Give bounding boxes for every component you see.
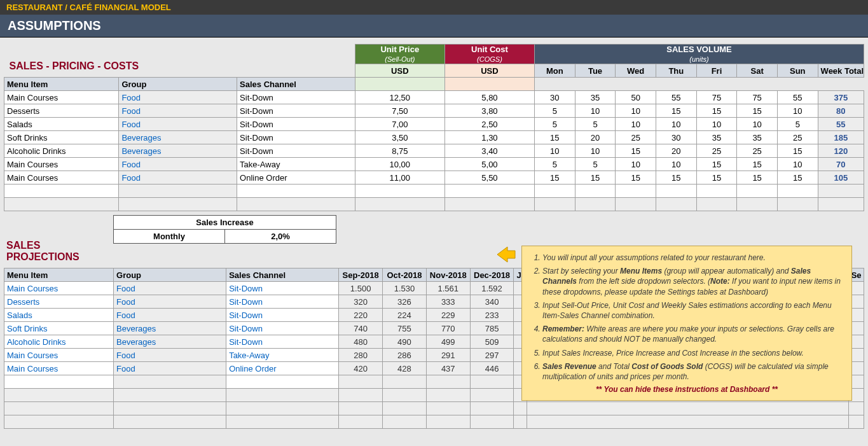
day-cell[interactable]: 5 — [535, 118, 575, 131]
cost-cell[interactable]: 3,40 — [444, 144, 534, 158]
channel-cell[interactable]: Sit-Down — [226, 295, 339, 309]
channel-cell[interactable]: Sit-Down — [237, 91, 355, 104]
table-row[interactable]: Main Courses Food Online Order 11,00 5,5… — [4, 171, 864, 185]
day-cell[interactable]: 50 — [616, 91, 656, 104]
channel-cell[interactable]: Take-Away — [226, 349, 339, 362]
channel-cell[interactable]: Sit-Down — [237, 144, 355, 158]
day-cell[interactable]: 10 — [616, 118, 656, 131]
menu-item-cell[interactable]: Desserts — [4, 104, 119, 118]
channel-cell[interactable]: Online Order — [226, 362, 339, 375]
day-cell[interactable]: 5 — [535, 104, 575, 118]
day-cell[interactable]: 35 — [575, 91, 616, 104]
day-cell[interactable]: 25 — [696, 144, 737, 158]
channel-cell[interactable]: Sit-Down — [226, 322, 339, 335]
day-cell[interactable]: 10 — [575, 104, 616, 118]
day-cell[interactable]: 75 — [737, 91, 778, 104]
day-cell[interactable]: 30 — [656, 131, 696, 144]
day-cell[interactable]: 15 — [575, 171, 616, 185]
menu-item-cell[interactable]: Alcoholic Drinks — [4, 144, 119, 158]
day-cell[interactable]: 5 — [535, 158, 575, 171]
price-cell[interactable]: 7,00 — [355, 118, 444, 131]
cost-cell[interactable]: 2,50 — [444, 118, 534, 131]
day-cell[interactable]: 15 — [535, 171, 575, 185]
day-cell[interactable]: 5 — [777, 118, 818, 131]
day-cell[interactable]: 15 — [737, 104, 778, 118]
channel-cell[interactable]: Take-Away — [237, 158, 355, 171]
cost-cell[interactable]: 5,80 — [444, 91, 534, 104]
day-cell[interactable]: 5 — [575, 118, 616, 131]
day-cell[interactable]: 15 — [696, 158, 737, 171]
day-cell[interactable]: 15 — [535, 131, 575, 144]
day-cell[interactable]: 75 — [696, 91, 737, 104]
menu-item-cell[interactable]: Main Courses — [4, 171, 119, 185]
table-row-empty[interactable] — [4, 402, 864, 415]
price-cell[interactable]: 12,50 — [355, 91, 444, 104]
menu-item-cell[interactable]: Salads — [4, 118, 119, 131]
day-cell[interactable]: 15 — [737, 171, 778, 185]
price-cell[interactable]: 7,50 — [355, 104, 444, 118]
menu-item-cell[interactable]: Salads — [4, 309, 114, 322]
day-cell[interactable]: 10 — [535, 144, 575, 158]
table-row[interactable]: Desserts Food Sit-Down 7,50 3,80 5101015… — [4, 104, 864, 118]
day-cell[interactable]: 15 — [696, 104, 737, 118]
day-cell[interactable]: 25 — [777, 131, 818, 144]
cost-cell[interactable]: 1,30 — [444, 131, 534, 144]
table-row[interactable]: Alcoholic Drinks Beverages Sit-Down 8,75… — [4, 144, 864, 158]
day-cell[interactable]: 15 — [656, 171, 696, 185]
sales-increase-value[interactable]: 2,0% — [225, 230, 336, 244]
day-cell[interactable]: 10 — [777, 104, 818, 118]
price-cell[interactable]: 10,00 — [355, 158, 444, 171]
table-row-empty[interactable] — [4, 185, 864, 198]
menu-item-cell[interactable]: Soft Drinks — [4, 322, 114, 335]
day-cell[interactable]: 15 — [616, 144, 656, 158]
menu-item-cell[interactable]: Main Courses — [4, 91, 119, 104]
day-cell[interactable]: 10 — [656, 158, 696, 171]
menu-item-cell[interactable]: Alcoholic Drinks — [4, 335, 114, 349]
menu-item-cell[interactable]: Main Courses — [4, 362, 114, 375]
day-cell[interactable]: 15 — [777, 144, 818, 158]
table-row[interactable]: Soft Drinks Beverages Sit-Down 3,50 1,30… — [4, 131, 864, 144]
price-cell[interactable]: 3,50 — [355, 131, 444, 144]
cost-cell[interactable]: 5,00 — [444, 158, 534, 171]
channel-cell[interactable]: Sit-Down — [226, 282, 339, 295]
menu-item-cell[interactable]: Main Courses — [4, 349, 114, 362]
day-cell[interactable]: 10 — [616, 158, 656, 171]
channel-cell[interactable]: Sit-Down — [226, 335, 339, 349]
day-cell[interactable]: 15 — [777, 171, 818, 185]
channel-cell[interactable]: Online Order — [237, 171, 355, 185]
day-cell[interactable]: 10 — [737, 118, 778, 131]
day-cell[interactable]: 15 — [616, 171, 656, 185]
day-cell[interactable]: 20 — [575, 131, 616, 144]
day-cell[interactable]: 15 — [656, 104, 696, 118]
channel-cell[interactable]: Sit-Down — [237, 131, 355, 144]
day-cell[interactable]: 5 — [575, 158, 616, 171]
day-cell[interactable]: 55 — [656, 91, 696, 104]
price-cell[interactable]: 8,75 — [355, 144, 444, 158]
day-cell[interactable]: 20 — [656, 144, 696, 158]
table-row[interactable]: Main Courses Food Take-Away 10,00 5,00 5… — [4, 158, 864, 171]
day-cell[interactable]: 55 — [777, 91, 818, 104]
day-cell[interactable]: 25 — [616, 131, 656, 144]
day-cell[interactable]: 10 — [616, 104, 656, 118]
day-cell[interactable]: 10 — [575, 144, 616, 158]
cost-cell[interactable]: 5,50 — [444, 171, 534, 185]
table-row[interactable]: Main Courses Food Sit-Down 12,50 5,80 30… — [4, 91, 864, 104]
menu-item-cell[interactable]: Desserts — [4, 295, 114, 309]
cost-cell[interactable]: 3,80 — [444, 104, 534, 118]
channel-cell[interactable]: Sit-Down — [226, 309, 339, 322]
channel-cell[interactable]: Sit-Down — [237, 104, 355, 118]
day-cell[interactable]: 35 — [696, 131, 737, 144]
day-cell[interactable]: 25 — [737, 144, 778, 158]
table-row-empty[interactable] — [4, 198, 864, 211]
channel-cell[interactable]: Sit-Down — [237, 118, 355, 131]
day-cell[interactable]: 35 — [737, 131, 778, 144]
table-row-empty[interactable] — [4, 415, 864, 429]
price-cell[interactable]: 11,00 — [355, 171, 444, 185]
day-cell[interactable]: 15 — [737, 158, 778, 171]
menu-item-cell[interactable]: Main Courses — [4, 158, 119, 171]
day-cell[interactable]: 10 — [656, 118, 696, 131]
day-cell[interactable]: 10 — [696, 118, 737, 131]
table-row[interactable]: Salads Food Sit-Down 7,00 2,50 551010101… — [4, 118, 864, 131]
day-cell[interactable]: 10 — [777, 158, 818, 171]
day-cell[interactable]: 30 — [535, 91, 575, 104]
